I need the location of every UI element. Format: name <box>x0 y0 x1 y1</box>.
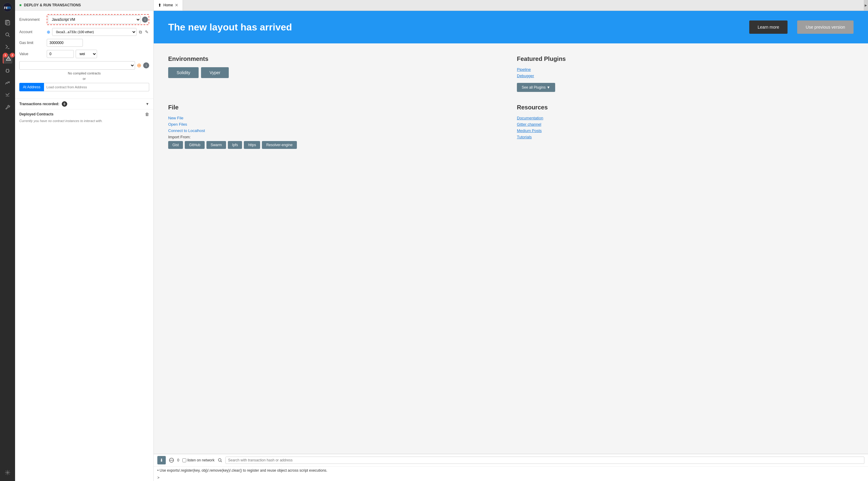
home-tab[interactable]: ⬆ Home ✕ <box>154 0 183 10</box>
remix-logo: re m <box>3 2 12 13</box>
gas-limit-row: Gas limit <box>19 39 149 47</box>
debug-nav-icon[interactable] <box>3 66 12 76</box>
github-button[interactable]: GitHub <box>185 141 204 149</box>
environment-select[interactable]: JavaScript VM Injected Web3 Web3 Provide… <box>48 15 141 24</box>
console-prompt-symbol: > <box>157 476 159 480</box>
documentation-link[interactable]: Documentation <box>517 116 854 120</box>
settings-nav-icon[interactable] <box>3 468 12 477</box>
contract-info-button[interactable]: i <box>143 62 149 68</box>
featured-plugins-title: Featured Plugins <box>517 56 854 62</box>
transactions-header-left: Transactions recorded: 0 <box>19 101 67 107</box>
search-bar <box>225 457 864 464</box>
analysis-nav-icon[interactable] <box>3 78 12 88</box>
banner: The new layout has arrived Learn more Us… <box>154 11 868 43</box>
environment-label: Environment <box>19 18 45 22</box>
debugger-plugin-link[interactable]: Debugger <box>517 73 854 78</box>
gas-limit-input[interactable] <box>47 39 83 47</box>
home-tab-close-icon[interactable]: ✕ <box>175 3 179 7</box>
file-section-title: File <box>168 104 505 111</box>
panel-title-icon: ■ <box>19 3 22 7</box>
https-button[interactable]: https <box>244 141 260 149</box>
listen-network-label[interactable]: listen on network <box>182 458 215 462</box>
solidity-button[interactable]: Solidity <box>168 67 198 78</box>
console-log: • Use exports/.register(key, obj)/.remov… <box>154 467 868 474</box>
account-plus-icon[interactable]: ⊕ <box>47 30 50 34</box>
featured-plugins-section: Featured Plugins Pipeline Debugger See a… <box>517 56 854 92</box>
deployed-header: Deployed Contracts 🗑 <box>19 112 149 117</box>
compile-nav-icon[interactable] <box>3 42 12 52</box>
value-input[interactable] <box>47 50 74 58</box>
search-nav-icon[interactable] <box>3 30 12 39</box>
console-log-text: Use exports/.register(key, obj)/.remove(… <box>160 468 328 473</box>
account-label: Account <box>19 30 45 34</box>
home-tab-icon: ⬆ <box>158 3 161 7</box>
tab-scroll-right[interactable]: ▶ <box>864 0 868 10</box>
vyper-button[interactable]: Vyper <box>201 67 229 78</box>
edit-account-icon[interactable]: ✎ <box>144 29 149 35</box>
console-arrow-button[interactable]: ⬇ <box>157 456 166 464</box>
swarm-button[interactable]: Swarm <box>207 141 226 149</box>
search-input[interactable] <box>228 458 862 462</box>
console-search-icon[interactable] <box>218 458 222 462</box>
new-file-link[interactable]: New File <box>168 116 505 120</box>
panel-title: ■ DEPLOY & RUN TRANSACTIONS <box>15 0 153 10</box>
copy-address-icon[interactable]: ⧉ <box>138 29 143 35</box>
open-files-link[interactable]: Open Files <box>168 122 505 127</box>
wrench-nav-icon[interactable] <box>3 102 12 112</box>
svg-line-20 <box>8 69 9 69</box>
deploy-nav-icon[interactable]: 1 2 <box>3 54 12 64</box>
env-select-wrapper: JavaScript VM Injected Web3 Web3 Provide… <box>47 14 149 25</box>
env-info-button[interactable]: i <box>142 17 148 23</box>
banner-title: The new layout has arrived <box>168 22 740 33</box>
home-content: The new layout has arrived Learn more Us… <box>154 11 868 454</box>
see-all-plugins-button[interactable]: See all Plugins ▼ <box>517 83 555 92</box>
content-grid: Environments Solidity Vyper Featured Plu… <box>154 43 868 161</box>
files-nav-icon[interactable] <box>3 18 12 27</box>
testing-nav-icon[interactable] <box>3 90 12 100</box>
environments-section: Environments Solidity Vyper <box>168 56 505 92</box>
svg-line-26 <box>221 461 222 462</box>
deployed-section: Deployed Contracts 🗑 Currently you have … <box>15 109 153 125</box>
resources-title: Resources <box>517 104 854 111</box>
resources-section: Resources Documentation Gitter channel M… <box>517 104 854 149</box>
unit-select[interactable]: wei gwei finney ether <box>76 50 97 58</box>
tutorials-link[interactable]: Tutorials <box>517 135 854 139</box>
gitter-link[interactable]: Gitter channel <box>517 122 854 127</box>
resolver-engine-button[interactable]: Resolver-engine <box>262 141 297 149</box>
no-contracts-text: Currently you have no contract instances… <box>19 119 149 123</box>
file-section: File New File Open Files Connect to Loca… <box>168 104 505 149</box>
at-address-input[interactable] <box>44 83 149 91</box>
trash-icon[interactable]: 🗑 <box>145 112 149 117</box>
environment-row: Environment JavaScript VM Injected Web3 … <box>19 14 149 25</box>
svg-line-9 <box>8 36 10 37</box>
learn-more-button[interactable]: Learn more <box>749 21 788 34</box>
svg-point-22 <box>7 472 8 474</box>
transactions-header[interactable]: Transactions recorded: 0 ▼ <box>19 101 149 107</box>
badge-2: 2 <box>10 53 15 58</box>
file-links: New File Open Files Connect to Localhost <box>168 116 505 133</box>
console-prompt[interactable]: > <box>154 474 868 481</box>
listen-network-checkbox[interactable] <box>182 458 186 462</box>
value-row: Value wei gwei finney ether <box>19 50 149 58</box>
connect-localhost-link[interactable]: Connect to Localhost <box>168 128 505 133</box>
contract-select[interactable] <box>19 61 135 70</box>
deploy-plus-icon[interactable]: ⊕ <box>137 62 141 69</box>
or-text: or <box>19 77 149 81</box>
transactions-chevron-icon: ▼ <box>146 102 149 106</box>
use-previous-version-button[interactable]: Use previous version <box>797 21 854 34</box>
transactions-label: Transactions recorded: <box>19 102 59 106</box>
at-address-button[interactable]: At Address <box>19 83 44 91</box>
medium-link[interactable]: Medium Posts <box>517 128 854 133</box>
ipfs-button[interactable]: Ipfs <box>228 141 242 149</box>
pipeline-plugin-link[interactable]: Pipeline <box>517 67 854 72</box>
console-no-entry-icon[interactable] <box>169 457 174 463</box>
import-buttons: Gist GitHub Swarm Ipfs https Resolver-en… <box>168 141 505 149</box>
svg-point-25 <box>218 459 221 461</box>
transactions-count-badge: 0 <box>62 101 67 107</box>
console-bullet: • <box>157 468 160 473</box>
svg-point-13 <box>8 59 9 60</box>
environments-section-title: Environments <box>168 56 505 62</box>
svg-text:m: m <box>7 5 10 10</box>
account-select[interactable]: 0xca3...a733c (100 ether) <box>52 28 136 36</box>
gist-button[interactable]: Gist <box>168 141 183 149</box>
